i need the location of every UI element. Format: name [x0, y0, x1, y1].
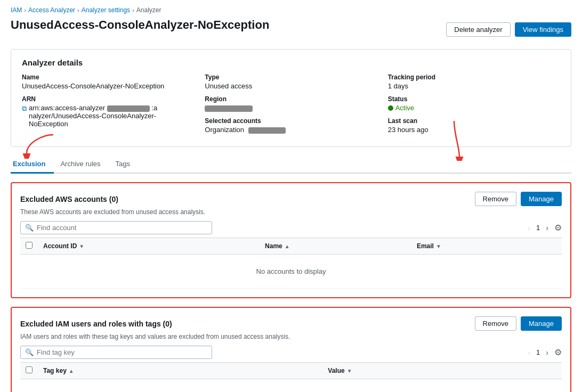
- org-prefix: Organization: [205, 126, 244, 134]
- region-redacted: [205, 105, 253, 112]
- excluded-tags-actions: Remove Manage: [475, 316, 562, 331]
- excluded-tags-header: Excluded IAM users and roles with tags (…: [20, 316, 562, 331]
- delete-analyzer-button[interactable]: Delete analyzer: [446, 22, 510, 37]
- breadcrumb-sep-3: ›: [132, 7, 134, 13]
- tags-next-button[interactable]: ›: [543, 347, 551, 358]
- tracking-value: 1 days: [388, 82, 560, 90]
- breadcrumb-access-analyzer[interactable]: Access Analyzer: [28, 6, 75, 14]
- accounts-pagination: ‹ 1 › ⚙: [525, 223, 562, 233]
- arn-value: arn:aws:access-analyzer :a nalyzer/Unuse…: [29, 104, 194, 128]
- breadcrumb-analyzer-settings[interactable]: Analyzer settings: [82, 6, 130, 14]
- selected-accounts-label: Selected accounts: [205, 117, 377, 125]
- tag-search-wrapper[interactable]: 🔍: [20, 346, 212, 359]
- analyzer-details-card: Analyzer details Name UnusedAccess-Conso…: [11, 49, 571, 147]
- breadcrumb: IAM › Access Analyzer › Analyzer setting…: [11, 6, 571, 14]
- region-value: [205, 104, 377, 112]
- region-label: Region: [205, 95, 377, 103]
- name-section: Name UnusedAccess-ConsoleAnalyzer-NoExce…: [22, 74, 194, 90]
- breadcrumb-current: Analyzer: [136, 6, 161, 14]
- breadcrumb-sep-2: ›: [77, 7, 79, 13]
- tags-pagination: ‹ 1 › ⚙: [525, 347, 562, 358]
- sort-account-id[interactable]: Account ID ▼: [43, 242, 84, 250]
- type-value: Unused access: [205, 82, 377, 90]
- accounts-settings-icon[interactable]: ⚙: [554, 223, 562, 233]
- sort-icon-value: ▼: [347, 368, 352, 374]
- arn-line2: nalyzer/UnusedAccess-ConsoleAnalyzer-NoE…: [29, 112, 156, 128]
- selected-accounts-value: Organization: [205, 126, 377, 134]
- accounts-select-all[interactable]: [26, 242, 33, 249]
- excluded-accounts-table: Account ID ▼ Name ▲ Email ▼: [20, 238, 562, 289]
- sort-value[interactable]: Value ▼: [328, 367, 352, 374]
- breadcrumb-sep-1: ›: [24, 7, 26, 13]
- last-scan-section: Last scan 23 hours ago: [388, 117, 560, 134]
- account-search-icon: 🔍: [25, 224, 34, 232]
- arn-section: ARN ⧉ arn:aws:access-analyzer :a nalyzer…: [22, 95, 194, 128]
- accounts-prev-button[interactable]: ‹: [525, 223, 533, 233]
- accounts-page: 1: [536, 224, 540, 232]
- details-col-3: Tracking period 1 days Status Active Las…: [388, 74, 560, 138]
- details-col-2: Type Unused access Region Selected accou…: [205, 74, 377, 138]
- arn-colon-a: :a: [151, 104, 157, 112]
- col-tag-key: Tag key ▲: [38, 363, 322, 379]
- analyzer-details-title: Analyzer details: [22, 58, 560, 67]
- accounts-no-data: No accounts to display: [20, 255, 562, 289]
- region-section: Region: [205, 95, 377, 112]
- status-section: Status Active: [388, 95, 560, 112]
- tracking-section: Tracking period 1 days: [388, 74, 560, 90]
- tab-exclusion[interactable]: Exclusion: [11, 156, 54, 174]
- type-section: Type Unused access: [205, 74, 377, 90]
- tags-prev-button[interactable]: ‹: [525, 347, 533, 358]
- accounts-next-button[interactable]: ›: [543, 223, 551, 233]
- copy-icon[interactable]: ⧉: [22, 104, 27, 113]
- header-actions: Delete analyzer View findings: [446, 22, 571, 37]
- tags-settings-icon[interactable]: ⚙: [554, 347, 562, 357]
- status-text: Active: [395, 104, 414, 112]
- tags-no-data: No tags to display: [20, 379, 562, 393]
- excluded-accounts-desc: These AWS accounts are excluded from unu…: [20, 208, 562, 216]
- page-wrapper: IAM › Access Analyzer › Analyzer setting…: [0, 0, 582, 392]
- name-value: UnusedAccess-ConsoleAnalyzer-NoException: [22, 82, 194, 90]
- sort-icon-account-id: ▼: [79, 243, 84, 249]
- status-value: Active: [388, 104, 560, 112]
- account-search-input[interactable]: [37, 224, 207, 232]
- tracking-label: Tracking period: [388, 74, 560, 81]
- col-email: Email ▼: [411, 238, 562, 255]
- tag-search-input[interactable]: [37, 348, 207, 356]
- sort-icon-tag-key: ▲: [69, 368, 74, 374]
- last-scan-value: 23 hours ago: [388, 126, 560, 134]
- page-header: UnusedAccess-ConsoleAnalyzer-NoException…: [11, 18, 571, 40]
- sort-icon-email: ▼: [436, 243, 441, 249]
- excluded-tags-manage-button[interactable]: Manage: [521, 316, 562, 331]
- excluded-accounts-actions: Remove Manage: [475, 192, 562, 206]
- name-label: Name: [22, 74, 194, 81]
- excluded-tags-table: Tag key ▲ Value ▼ No tags to display: [20, 362, 562, 392]
- status-label: Status: [388, 95, 560, 103]
- details-grid: Name UnusedAccess-ConsoleAnalyzer-NoExce…: [22, 74, 560, 138]
- view-findings-button[interactable]: View findings: [515, 22, 571, 37]
- tag-search-icon: 🔍: [25, 348, 34, 356]
- tabs-section: Exclusion Archive rules Tags: [11, 156, 571, 174]
- tab-tags[interactable]: Tags: [114, 156, 139, 174]
- tags-select-all[interactable]: [26, 366, 33, 373]
- breadcrumb-iam[interactable]: IAM: [11, 6, 22, 14]
- excluded-tags-title: Excluded IAM users and roles with tags (…: [20, 320, 172, 328]
- arn-prefix: arn:aws:access-analyzer: [29, 104, 105, 112]
- tags-page: 1: [536, 348, 540, 356]
- type-label: Type: [205, 74, 377, 81]
- excluded-tags-remove-button[interactable]: Remove: [475, 316, 516, 331]
- excluded-tags-desc: IAM users and roles with these tag keys …: [20, 333, 562, 340]
- arn-label: ARN: [22, 95, 194, 103]
- sort-tag-key[interactable]: Tag key ▲: [43, 367, 74, 374]
- org-redacted: [248, 127, 286, 134]
- excluded-accounts-remove-button[interactable]: Remove: [475, 192, 516, 206]
- status-dot: [388, 105, 393, 111]
- col-name: Name ▲: [260, 238, 411, 255]
- excluded-accounts-title: Excluded AWS accounts (0): [20, 195, 118, 203]
- sort-name[interactable]: Name ▲: [265, 242, 290, 250]
- col-account-id: Account ID ▼: [38, 238, 260, 255]
- sort-email[interactable]: Email ▼: [417, 242, 441, 250]
- account-search-wrapper[interactable]: 🔍: [20, 221, 212, 234]
- tab-archive-rules[interactable]: Archive rules: [58, 156, 109, 174]
- excluded-accounts-manage-button[interactable]: Manage: [521, 192, 562, 206]
- page-title: UnusedAccess-ConsoleAnalyzer-NoException: [11, 18, 269, 32]
